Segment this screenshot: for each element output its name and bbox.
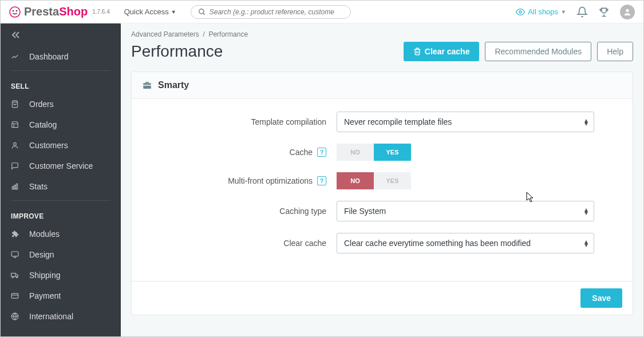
toggle-yes[interactable]: YES — [374, 144, 411, 161]
quick-access-menu[interactable]: Quick Access ▼ — [124, 7, 176, 16]
top-header: PrestaShop 1.7.6.4 Quick Access ▼ All sh… — [1, 1, 643, 23]
main-content: Advanced Parameters / Performance Perfor… — [121, 23, 643, 336]
svg-rect-11 — [11, 252, 18, 256]
sidebar-item-international[interactable]: International — [1, 306, 121, 327]
header-right: All shops ▼ — [516, 5, 635, 19]
page-title: Performance — [131, 42, 223, 61]
label-clear-cache: Clear cache — [148, 239, 337, 248]
svg-rect-9 — [14, 185, 15, 189]
sort-icon: ▴▾ — [584, 240, 588, 247]
help-icon[interactable]: ? — [317, 176, 326, 185]
svg-point-3 — [199, 9, 203, 13]
recommended-label: Recommended Modules — [495, 47, 582, 56]
sort-icon: ▴▾ — [584, 118, 588, 125]
select-value: Clear cache everytime something has been… — [344, 239, 531, 248]
sidebar-item-orders[interactable]: Orders — [1, 94, 121, 114]
label-template-compilation: Template compilation — [148, 117, 337, 126]
breadcrumb: Advanced Parameters / Performance — [131, 30, 633, 38]
clear-cache-button[interactable]: Clear cache — [404, 42, 480, 61]
sidebar-item-label: Shipping — [29, 271, 61, 280]
recommended-modules-button[interactable]: Recommended Modules — [485, 42, 591, 61]
quick-access-label: Quick Access — [124, 7, 169, 16]
row-caching-type: Caching type File System ▴▾ — [148, 201, 617, 221]
sidebar-section-sell: SELL — [1, 74, 121, 94]
svg-point-15 — [12, 276, 13, 277]
breadcrumb-b[interactable]: Performance — [208, 30, 248, 38]
sidebar-item-label: Dashboard — [29, 52, 69, 61]
select-clear-cache[interactable]: Clear cache everytime something has been… — [337, 233, 594, 253]
chat-icon — [11, 162, 22, 170]
help-icon[interactable]: ? — [317, 148, 326, 157]
save-button[interactable]: Save — [580, 288, 622, 308]
sidebar-item-customers[interactable]: Customers — [1, 135, 121, 156]
svg-point-7 — [14, 142, 17, 145]
caret-down-icon: ▼ — [561, 9, 566, 15]
sidebar-item-stats[interactable]: Stats — [1, 176, 121, 197]
store-icon — [11, 121, 22, 129]
toggle-yes[interactable]: YES — [374, 172, 411, 189]
sidebar: Dashboard SELL Orders Catalog Customers … — [1, 23, 121, 336]
clear-cache-label: Clear cache — [425, 47, 470, 56]
search-input[interactable] — [210, 8, 343, 16]
sidebar-item-catalog[interactable]: Catalog — [1, 114, 121, 135]
sidebar-item-label: Modules — [29, 229, 60, 239]
caret-down-icon: ▼ — [171, 9, 176, 15]
breadcrumb-a[interactable]: Advanced Parameters — [131, 30, 199, 38]
title-actions: Clear cache Recommended Modules Help — [404, 42, 633, 61]
label-multi-front: Multi-front optimizations ? — [148, 176, 337, 185]
svg-point-6 — [626, 9, 629, 11]
card-footer: Save — [132, 281, 633, 315]
version-text: 1.7.6.4 — [92, 9, 110, 15]
row-clear-cache: Clear cache Clear cache everytime someth… — [148, 233, 617, 253]
toggle-cache[interactable]: NO YES — [337, 144, 411, 161]
dashboard-icon — [11, 53, 22, 61]
toggle-no[interactable]: NO — [337, 144, 374, 161]
sidebar-item-label: Stats — [29, 182, 48, 191]
sidebar-item-dashboard[interactable]: Dashboard — [1, 46, 121, 67]
toggle-no[interactable]: NO — [337, 172, 374, 189]
sidebar-item-label: Orders — [29, 100, 54, 109]
card-header: Smarty — [132, 72, 633, 99]
sidebar-item-label: Customer Service — [29, 161, 93, 171]
sidebar-collapse-button[interactable] — [1, 23, 121, 46]
svg-rect-17 — [11, 294, 18, 298]
trophy-icon[interactable] — [598, 6, 610, 18]
select-value: File System — [344, 207, 386, 216]
select-value: Never recompile template files — [344, 117, 452, 126]
cart-icon — [11, 100, 22, 108]
sidebar-item-label: Design — [29, 250, 54, 259]
sidebar-item-modules[interactable]: Modules — [1, 224, 121, 244]
sidebar-divider — [11, 200, 110, 201]
search-icon — [198, 8, 206, 16]
row-template-compilation: Template compilation Never recompile tem… — [148, 112, 617, 132]
sidebar-item-label: Catalog — [29, 120, 57, 129]
sidebar-item-design[interactable]: Design — [1, 244, 121, 265]
truck-icon — [11, 271, 22, 279]
stats-icon — [11, 183, 22, 191]
svg-point-0 — [10, 7, 20, 17]
sidebar-item-payment[interactable]: Payment — [1, 286, 121, 306]
svg-point-1 — [13, 10, 14, 11]
sidebar-item-label: International — [29, 312, 73, 321]
shop-selector[interactable]: All shops ▼ — [516, 7, 566, 17]
label-caching-type: Caching type — [148, 207, 337, 216]
page-title-row: Performance Clear cache Recommended Modu… — [131, 42, 633, 61]
select-template-compilation[interactable]: Never recompile template files ▴▾ — [337, 112, 594, 132]
row-multi-front: Multi-front optimizations ? NO YES — [148, 172, 617, 189]
shop-selector-label: All shops — [528, 7, 558, 16]
sidebar-item-shipping[interactable]: Shipping — [1, 265, 121, 286]
sidebar-item-customer-service[interactable]: Customer Service — [1, 156, 121, 176]
svg-rect-8 — [12, 187, 13, 189]
help-button[interactable]: Help — [597, 42, 633, 61]
sidebar-item-label: Payment — [29, 291, 61, 300]
smarty-card: Smarty Template compilation Never recomp… — [131, 72, 633, 315]
notifications-icon[interactable] — [576, 6, 588, 18]
svg-rect-10 — [16, 184, 17, 189]
toggle-multi-front[interactable]: NO YES — [337, 172, 411, 189]
label-cache: Cache ? — [148, 148, 337, 157]
svg-point-5 — [519, 11, 521, 13]
select-caching-type[interactable]: File System ▴▾ — [337, 201, 594, 221]
sort-icon: ▴▾ — [584, 208, 588, 215]
search-container[interactable] — [191, 5, 351, 19]
user-avatar[interactable] — [620, 5, 635, 19]
